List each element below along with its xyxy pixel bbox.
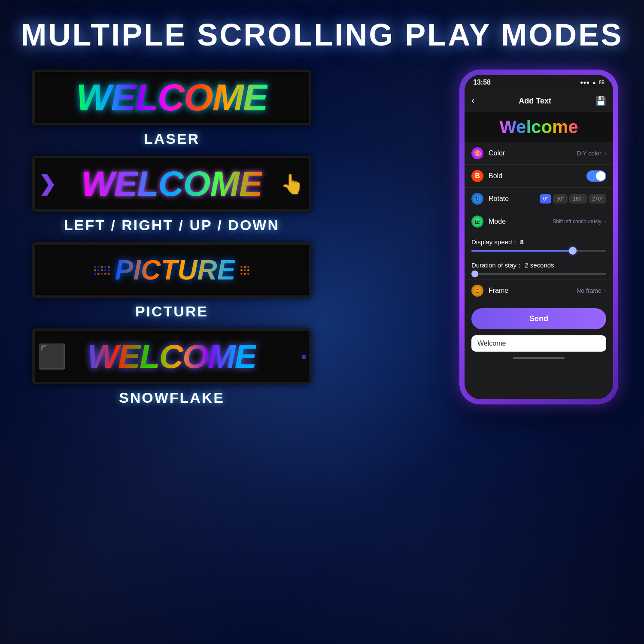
- mode-chevron-icon: ›: [604, 218, 606, 225]
- rotate-setting-row[interactable]: ↻ Rotate 0° 90° 180° 270°: [465, 188, 613, 210]
- phone-screen: 13:58 ●●● ▲ 89 ‹ Add Text 💾: [465, 75, 613, 399]
- app-preview-text: Welcome: [499, 117, 578, 137]
- battery-icon: 89: [599, 79, 605, 85]
- color-label: Color: [489, 149, 577, 157]
- speed-slider-fill: [471, 250, 573, 252]
- settings-area: 🎨 Color DIY color › B Bold ↻ Rotat: [465, 142, 613, 399]
- phone-device: 13:58 ●●● ▲ 89 ‹ Add Text 💾: [459, 70, 618, 404]
- signal-icon: ●●●: [580, 79, 589, 85]
- frame-label: Frame: [489, 287, 577, 295]
- picture-sign-label: PICTURE: [135, 303, 208, 320]
- rotate-label: Rotate: [489, 195, 540, 203]
- lr-sign-label: LEFT / RIGHT / UP / DOWN: [64, 217, 279, 234]
- speed-value: 8: [520, 238, 523, 246]
- mode-value: Shift left continuously: [553, 219, 601, 225]
- rotate-0-button[interactable]: 0°: [540, 194, 551, 204]
- color-value: DIY color: [577, 150, 601, 157]
- laser-led-sign: WELCOME: [32, 70, 311, 125]
- input-text-value[interactable]: Welcome: [477, 340, 506, 347]
- lr-sign-text: WELCOME: [81, 164, 262, 204]
- bold-toggle[interactable]: [586, 170, 606, 182]
- back-button[interactable]: ‹: [471, 95, 474, 106]
- lr-sign-container: ❯ WELCOME 👆 LEFT / RIGHT / UP / DOWN: [26, 156, 318, 234]
- duration-label: Duration of stay： 2 seconds: [471, 261, 606, 270]
- app-led-preview: Welcome: [465, 112, 613, 142]
- color-setting-row[interactable]: 🎨 Color DIY color ›: [465, 142, 613, 165]
- speed-section: Display speed： 8: [465, 233, 613, 257]
- frame-setting-row[interactable]: ☺ Frame No frame ›: [465, 279, 613, 302]
- home-indicator: [513, 357, 565, 359]
- bold-setting-row[interactable]: B Bold: [465, 165, 613, 188]
- rotate-270-button[interactable]: 270°: [589, 194, 606, 204]
- picture-sign-text: PICTURE: [115, 254, 236, 286]
- picture-sign-container: PICTURE: [26, 242, 318, 320]
- mode-setting-row[interactable]: ⊞ Mode Shift left continuously ›: [465, 210, 613, 233]
- page-title: MULTIPLE SCROLLING PLAY MODES: [0, 0, 644, 52]
- frame-icon: ☺: [471, 285, 483, 297]
- save-button[interactable]: 💾: [595, 96, 606, 106]
- rotate-icon: ↻: [471, 193, 483, 205]
- snowflake-sign-container: ⬛ WELCOME ▪ SNOWFLAKE: [26, 328, 318, 406]
- snowflake-led-sign: ⬛ WELCOME ▪: [32, 328, 311, 384]
- picture-led-sign: PICTURE: [32, 242, 311, 298]
- frame-value: No frame: [577, 287, 601, 294]
- speed-label: Display speed： 8: [471, 238, 606, 246]
- laser-sign-text: WELCOME: [76, 76, 267, 119]
- app-title: Add Text: [519, 97, 551, 106]
- phone-wrapper: 13:58 ●●● ▲ 89 ‹ Add Text 💾: [459, 70, 618, 404]
- rotate-180-button[interactable]: 180°: [569, 194, 587, 204]
- bold-label: Bold: [489, 172, 586, 180]
- status-icons: ●●● ▲ 89: [580, 79, 605, 85]
- send-button[interactable]: Send: [471, 308, 606, 329]
- snowflake-sign-label: SNOWFLAKE: [119, 389, 225, 406]
- duration-section: Duration of stay： 2 seconds: [465, 257, 613, 279]
- duration-slider[interactable]: [471, 273, 606, 275]
- text-input-area[interactable]: Welcome: [471, 335, 606, 352]
- color-icon: 🎨: [471, 147, 483, 159]
- frame-chevron-icon: ›: [604, 287, 606, 295]
- duration-value: 2 seconds: [525, 261, 554, 269]
- status-bar: 13:58 ●●● ▲ 89: [465, 75, 613, 90]
- rotate-buttons: 0° 90° 180° 270°: [540, 194, 606, 204]
- status-time: 13:58: [473, 79, 491, 86]
- speed-slider-thumb[interactable]: [569, 247, 577, 255]
- duration-slider-thumb[interactable]: [471, 270, 478, 277]
- laser-sign-label: LASER: [144, 131, 200, 147]
- rotate-90-button[interactable]: 90°: [553, 194, 568, 204]
- speed-slider[interactable]: [471, 250, 606, 252]
- color-chevron-icon: ›: [604, 149, 606, 157]
- wifi-icon: ▲: [592, 79, 597, 85]
- mode-label: Mode: [489, 218, 553, 225]
- led-signs-column: WELCOME LASER ❯ WELCOME 👆 LEFT / RIGHT /…: [26, 70, 318, 406]
- laser-sign-container: WELCOME LASER: [26, 70, 318, 147]
- app-header: ‹ Add Text 💾: [465, 90, 613, 112]
- mode-icon: ⊞: [471, 216, 483, 228]
- content-area: WELCOME LASER ❯ WELCOME 👆 LEFT / RIGHT /…: [0, 52, 644, 406]
- snowflake-sign-text: WELCOME: [87, 337, 256, 376]
- bold-icon: B: [471, 170, 483, 182]
- lr-led-sign: ❯ WELCOME 👆: [32, 156, 311, 212]
